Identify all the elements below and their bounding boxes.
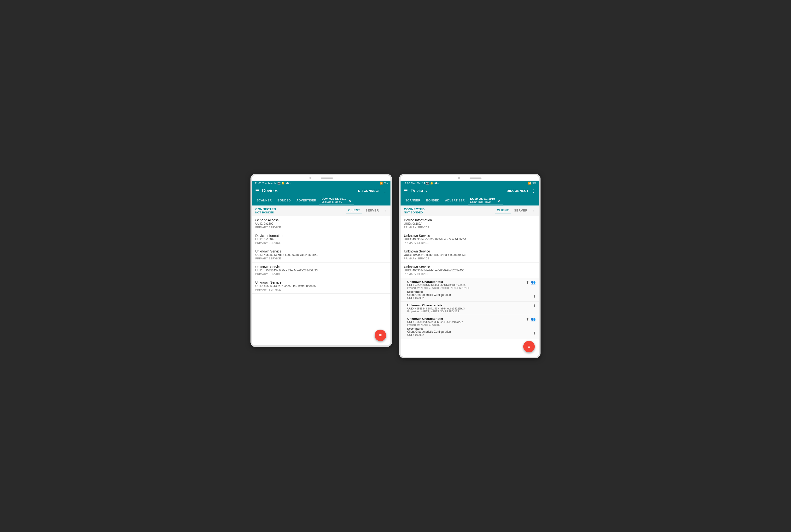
service-uuid-2-left: UUID: 0x180A (255, 238, 387, 241)
device-mac-right: E8:5D:86:BF:35:9D (470, 201, 495, 203)
service-name-4-right: Unknown Service (404, 265, 536, 269)
connection-bar-left: CONNECTED NOT BONDED CLIENT SERVER ⋮ (252, 206, 390, 216)
descriptor-name-3-right: Client Characteristic Configuration (407, 330, 451, 334)
descriptor-name-1-right: Client Characteristic Configuration (407, 293, 451, 297)
date-left: Tue, Mar 14 (262, 182, 277, 185)
tab-advertiser-left[interactable]: ADVERTISER (294, 196, 319, 205)
service-type-3-right: PRIMARY SERVICE (404, 257, 536, 260)
service-item-3-right[interactable]: Unknown Service UUID: 49535343-c9d0-cc83… (401, 247, 539, 263)
more-icon-right[interactable]: ⋮ (531, 188, 536, 193)
wifi-icon-left: 📶 (380, 182, 383, 185)
descriptor-download-btn-3-right[interactable]: ⬇ (533, 331, 536, 336)
tab-bonded-left[interactable]: BONDED (275, 196, 294, 205)
service-item-5-left[interactable]: Unknown Service UUID: 49535343-fe7d-4ae5… (252, 278, 390, 294)
camera-right (458, 177, 460, 179)
tablet-bottom-right (401, 353, 539, 357)
device-name-right: DOMYOS-EL-1919 (470, 197, 495, 201)
tabs-bar-left: SCANNER BONDED ADVERTISER DOMYOS-EL-1919… (252, 196, 390, 206)
tab-advertiser-right[interactable]: ADVERTISER (442, 196, 468, 205)
battery-right: 5% (532, 182, 536, 185)
descriptor-uuid-1-right: UUID: 0x2902 (407, 297, 451, 299)
service-name-5-left: Unknown Service (255, 281, 387, 284)
char-props-3-right: Properties: NOTIFY, WRITE (407, 323, 463, 326)
connected-text-right: CONNECTED (404, 207, 425, 211)
descriptor-download-btn-1-right[interactable]: ⬇ (533, 294, 536, 299)
service-name-2-left: Device Information (255, 234, 387, 238)
close-tab-right[interactable]: ✕ (497, 199, 500, 203)
tab-bonded-right[interactable]: BONDED (423, 196, 442, 205)
service-type-3-left: PRIMARY SERVICE (255, 257, 387, 260)
time-left: 11:03 (255, 182, 261, 185)
service-type-1-left: PRIMARY SERVICE (255, 226, 387, 229)
service-list-left: Generic Access UUID: 0x1800 PRIMARY SERV… (252, 216, 390, 342)
service-type-2-right: PRIMARY SERVICE (404, 242, 536, 244)
left-tablet: 11:03 Tue, Mar 14 📷 🔔 ☁️ • 📶 5% ☰ Device… (251, 174, 392, 347)
service-item-3-left[interactable]: Unknown Service UUID: 49535343-5d82-6099… (252, 247, 390, 263)
close-tab-left[interactable]: ✕ (349, 199, 352, 203)
char-upload-btn-1-right[interactable]: ⬆ (526, 280, 529, 285)
sub-tab-server-left[interactable]: SERVER (364, 208, 381, 213)
service-name-4-left: Unknown Service (255, 265, 387, 269)
right-tablet: 11:03 Tue, Mar 14 📷 🔔 ☁️ • 📶 5% ☰ Device… (399, 174, 540, 358)
char-upload-btn-3-right[interactable]: ⬆ (526, 317, 529, 321)
service-item-1-left[interactable]: Generic Access UUID: 0x1800 PRIMARY SERV… (252, 216, 390, 231)
fab-icon-right: ≡ (528, 344, 531, 349)
service-name-3-left: Unknown Service (255, 249, 387, 253)
icons-left: 📷 🔔 ☁️ • (277, 182, 291, 185)
service-type-1-right: PRIMARY SERVICE (404, 226, 536, 229)
sub-tab-server-right[interactable]: SERVER (512, 208, 530, 213)
service-item-1-right[interactable]: Device Information UUID: 0x180A PRIMARY … (401, 216, 539, 231)
sub-tab-client-right[interactable]: CLIENT (495, 207, 511, 213)
service-item-4-right[interactable]: Unknown Service UUID: 49535343-fe7d-4ae5… (401, 263, 539, 278)
status-bar-right: 11:03 Tue, Mar 14 📷 🔔 ☁️ • 📶 5% (401, 180, 539, 186)
service-item-2-left[interactable]: Device Information UUID: 0x180A PRIMARY … (252, 231, 390, 247)
service-type-2-left: PRIMARY SERVICE (255, 242, 387, 244)
char-uuid-3-right: UUID: 49535343-4c8a-39b3-2f49-511cff073b… (407, 321, 463, 323)
time-right: 11:03 (403, 182, 410, 185)
more-vert-right[interactable]: ⋮ (532, 208, 536, 213)
date-right: Tue, Mar 14 (411, 182, 425, 185)
fab-left[interactable]: ≡ (375, 329, 386, 341)
char-name-2-right: Unknown Characteristic (407, 303, 465, 307)
disconnect-button-right[interactable]: DISCONNECT (507, 189, 529, 193)
hamburger-icon-left[interactable]: ☰ (255, 188, 259, 193)
screens-container: 11:03 Tue, Mar 14 📷 🔔 ☁️ • 📶 5% ☰ Device… (251, 174, 540, 358)
sub-tab-client-left[interactable]: CLIENT (346, 207, 362, 213)
connected-text-left: CONNECTED (255, 207, 276, 211)
characteristic-1-right[interactable]: Unknown Characteristic UUID: 49535343-1e… (401, 278, 539, 302)
service-uuid-2-right: UUID: 49535343-5d82-6099-9348-7aac4d5fbc… (404, 238, 536, 241)
char-people-btn-3-right[interactable]: 👥 (531, 317, 536, 321)
hamburger-icon-right[interactable]: ☰ (404, 188, 408, 193)
tab-scanner-left[interactable]: SCANNER (254, 196, 275, 205)
camera-left (310, 177, 311, 179)
service-uuid-3-left: UUID: 49535343-5d82-6099-9348-7aac4d5fbc… (255, 253, 387, 256)
char-props-1-right: Properties: NOTIFY, WRITE, WRITE NO RESP… (407, 286, 470, 289)
service-name-1-left: Generic Access (255, 218, 387, 222)
more-icon-left[interactable]: ⋮ (383, 188, 387, 193)
characteristic-3-right[interactable]: Unknown Characteristic UUID: 49535343-4c… (401, 315, 539, 339)
characteristic-2-right[interactable]: Unknown Characteristic UUID: 49535343-88… (401, 302, 539, 315)
tab-device-left[interactable]: DOMYOS-EL-1919 E8:5D:86:BF:35:9D ✕ (319, 196, 354, 205)
tab-scanner-right[interactable]: SCANNER (402, 196, 423, 205)
fab-icon-left: ≡ (379, 333, 382, 338)
descriptor-section-1-right: Descriptors: Client Characteristic Confi… (407, 289, 536, 299)
char-people-btn-1-right[interactable]: 👥 (531, 280, 536, 285)
device-mac-left: E8:5D:86:BF:35:9D (321, 201, 346, 203)
service-item-2-right[interactable]: Unknown Service UUID: 49535343-5d82-6099… (401, 231, 539, 247)
app-title-left: Devices (262, 188, 355, 193)
service-item-4-left[interactable]: Unknown Service UUID: 49535343-c9d0-cc83… (252, 263, 390, 278)
service-uuid-1-left: UUID: 0x1800 (255, 222, 387, 225)
speaker-right (470, 177, 481, 179)
disconnect-button-left[interactable]: DISCONNECT (358, 189, 380, 193)
char-name-3-right: Unknown Characteristic (407, 317, 463, 321)
tab-device-right[interactable]: DOMYOS-EL-1919 E8:5D:86:BF:35:9D ✕ (468, 196, 502, 205)
more-vert-left[interactable]: ⋮ (383, 208, 387, 213)
status-bar-left: 11:03 Tue, Mar 14 📷 🔔 ☁️ • 📶 5% (252, 180, 390, 186)
char-upload-btn-2-right[interactable]: ⬆ (533, 303, 536, 308)
service-uuid-4-left: UUID: 49535343-c9d0-cc83-a44a-6fe238d06d… (255, 269, 387, 272)
empty-space-right (401, 339, 539, 353)
service-list-right: Device Information UUID: 0x180A PRIMARY … (401, 216, 539, 353)
fab-right[interactable]: ≡ (523, 341, 535, 353)
tablet-top-bar-left (252, 175, 390, 180)
service-type-5-left: PRIMARY SERVICE (255, 288, 387, 291)
